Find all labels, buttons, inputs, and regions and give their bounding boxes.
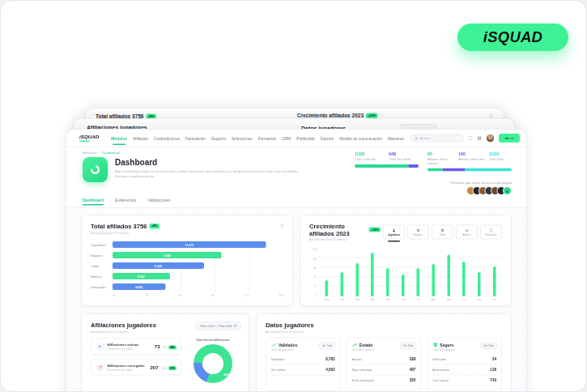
bar-category-label: Clubs <box>91 264 113 268</box>
search-input[interactable]: Buscar <box>410 134 464 143</box>
bar-feb <box>340 272 343 296</box>
card-updated: Actualizado hace 37 minutos <box>309 238 381 242</box>
nav-item-crm[interactable]: CRM <box>282 134 291 143</box>
growth-chart: 100806040200 <box>309 248 502 296</box>
filter-jugadores[interactable]: Jugadores <box>383 225 405 240</box>
refresh-icon <box>97 364 102 369</box>
card-updated: Actualizado hace 37 minutos <box>266 330 502 334</box>
bar-category-label: Jugadores <box>91 243 113 247</box>
group-row: Con seguro743 <box>432 376 496 386</box>
row-title: Afiliaciones activas <box>108 343 151 347</box>
y-tick: 60 <box>309 266 317 270</box>
row-value: 34 <box>492 357 496 361</box>
datos-group-seguro: SeguroTotal 345 jugadoresVer TodoSolicit… <box>427 338 502 391</box>
stats-group: 1038Clubs Validados948Clubs Sin validar <box>355 151 419 172</box>
row-label: Validados <box>271 357 284 361</box>
stat-label: Clubs Sin validar <box>389 157 419 161</box>
user-avatar[interactable] <box>486 134 495 143</box>
card-title: Crecimiento afiliados 2023 <box>309 223 367 236</box>
nav-item-facturacion[interactable]: Facturación <box>185 134 206 143</box>
card-title: Total afiliados 3756 <box>91 223 147 230</box>
y-tick: 100 <box>309 248 317 251</box>
calendar-icon <box>234 324 238 328</box>
y-tick: 40 <box>309 275 317 279</box>
bar-row: Jugadores13.479 <box>91 240 283 250</box>
nav-item-afiliacion[interactable]: Afiliación <box>133 134 148 143</box>
trend-icon <box>352 343 358 348</box>
filter-delegados[interactable]: Delegados <box>480 225 502 240</box>
nav-item-maestros[interactable]: Maestros <box>388 134 404 143</box>
bar-jun <box>402 275 405 296</box>
datos-groups: ValidadosTotal 345 jugadoresVer TodoVali… <box>266 338 502 391</box>
group-row: Baja solicitada407 <box>352 365 416 376</box>
bar-dic <box>493 266 496 296</box>
card-afiliaciones-jugadores: Afiliaciones jugadores Actualizado hace … <box>81 313 249 392</box>
nav-item-formacion[interactable]: Formación <box>258 134 277 143</box>
bar-track: 5.041 <box>113 273 283 279</box>
dashboard-window: iSQUAD MódulosAfiliaciónCompeticionesFac… <box>66 129 527 392</box>
bar-category-label: Árbitros <box>91 275 113 279</box>
nav-item-modulos[interactable]: Módulos <box>111 134 127 143</box>
stat-value: 1038 <box>355 151 385 156</box>
tab-dashboard[interactable]: Dashboard <box>83 198 104 202</box>
group-rows: Activos329Baja solicitada407Ficha denega… <box>352 355 416 386</box>
group-rows: Validados8,783Sin validar4,062 <box>271 355 335 376</box>
donut-title: Total Gestión Afiliaciones <box>186 339 240 343</box>
row-label: Activos <box>352 357 362 361</box>
card-header: Datos jugadores <box>266 322 502 329</box>
stage: iSQUAD Total afiliados 3756 +8% Crecimie… <box>0 0 587 392</box>
view-all-button[interactable]: Ver Todo <box>480 343 497 350</box>
check-icon <box>271 343 277 348</box>
app-logo[interactable]: iSQUAD <box>79 134 99 142</box>
afiliaciones-list: Afiliaciones activasPendientes de valida… <box>91 339 181 384</box>
stat-total-clubs: 2180Total Clubs <box>489 151 512 165</box>
group-row: Validados8,783 <box>271 355 335 365</box>
gear-icon[interactable] <box>279 223 285 228</box>
breadcrumb-parent[interactable]: Afiliación <box>83 151 97 155</box>
date-range-picker[interactable]: 3 Ene 2023 - 7 Feb 2023 <box>196 322 241 330</box>
brand-logo-pill: iSQUAD <box>457 23 568 51</box>
primary-action-button[interactable] <box>499 134 520 143</box>
stat-label: Afiliados último mes <box>458 157 485 161</box>
filter-clubs[interactable]: Clubs <box>432 225 453 240</box>
add-person-button[interactable]: + <box>503 186 512 195</box>
expand-icon[interactable] <box>468 136 473 141</box>
nav-item-soporte[interactable]: Soporte <box>321 134 334 143</box>
bar-abr <box>371 253 374 296</box>
breadcrumb: Afiliación · Dashboard <box>83 151 120 155</box>
row-value: 4,062 <box>325 368 335 372</box>
top-navbar: iSQUAD MódulosAfiliaciónCompeticionesFac… <box>66 130 526 147</box>
row-value: 207/ 21497% <box>150 364 177 370</box>
total-afiliados-chart: Jugadores13.479Equipos9.548Clubs8.045Árb… <box>91 240 283 297</box>
card-datos-jugadores: Datos jugadores Actualizado hace 37 minu… <box>256 313 512 392</box>
view-all-button[interactable]: Ver Todo <box>400 343 417 350</box>
search-placeholder: Buscar <box>420 136 431 140</box>
filter-arbitros[interactable]: Árbitros <box>456 225 478 240</box>
donut-label: 80% <box>223 373 229 377</box>
nav-item-seguros[interactable]: Seguros <box>211 134 226 143</box>
nav-item-publicidad[interactable]: Publicidad <box>296 134 314 143</box>
tab-estamentos[interactable]: Estamentos <box>115 198 136 202</box>
filter-equipos[interactable]: Equipos <box>407 225 429 240</box>
bar-track: 8.045 <box>113 262 283 269</box>
card-badge: +12% <box>369 227 381 232</box>
group-title: Seguro <box>440 343 453 347</box>
bar-delegados: 4.655 <box>113 283 165 290</box>
bar-track: 13.479 <box>113 241 283 248</box>
afiliaciones-row: Afiliaciones corregidasPendientes de val… <box>91 359 181 376</box>
card-updated: Actualizado hace 17 minutos <box>91 330 240 334</box>
tab-validaciones[interactable]: Validaciones <box>148 198 171 202</box>
view-all-button[interactable]: Ver Todo <box>319 343 336 350</box>
filter-label: Árbitros <box>462 233 470 236</box>
nav-item-competiciones[interactable]: Competiciones <box>154 134 180 143</box>
nav-item-medios-de-comunicacion[interactable]: Medios de comunicación <box>339 134 382 143</box>
group-title: Validados <box>279 343 297 347</box>
tabs: DashboardEstamentosValidaciones <box>83 198 171 202</box>
apps-grid-icon[interactable] <box>477 136 482 141</box>
bar-category-label: Equipos <box>91 254 113 258</box>
x-tick: Jul <box>417 298 420 301</box>
dashboard-content: Total afiliados 3756 +8% Actualizado hac… <box>66 208 526 392</box>
x-axis-ticks: 0k3k6k9k12k15k <box>113 294 283 297</box>
bar-ago <box>432 264 435 296</box>
nav-item-selecciones[interactable]: Selecciones <box>232 134 253 143</box>
